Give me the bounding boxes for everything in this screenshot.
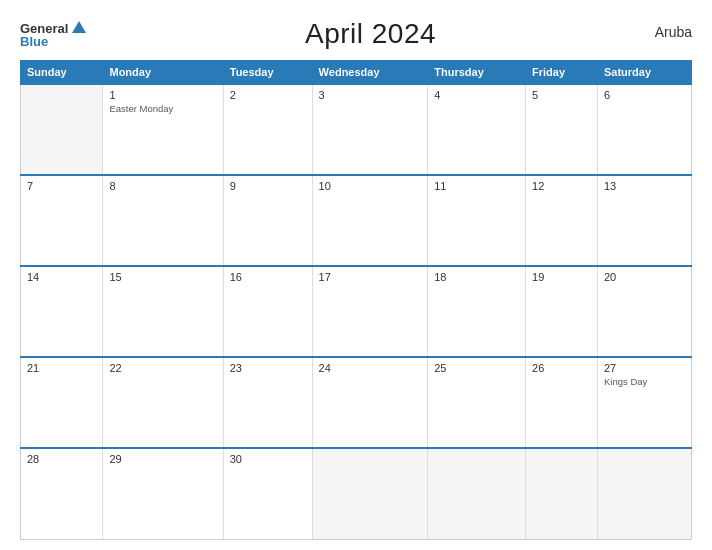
calendar-cell: 24 [312,357,428,448]
calendar-cell [312,448,428,539]
weekday-header-saturday: Saturday [597,61,691,85]
day-event: Kings Day [604,376,685,387]
calendar-cell: 2 [223,84,312,175]
country-name: Aruba [655,24,692,40]
calendar-cell: 8 [103,175,223,266]
weekday-header-monday: Monday [103,61,223,85]
day-number: 19 [532,271,591,283]
day-number: 24 [319,362,422,374]
day-number: 20 [604,271,685,283]
calendar-cell: 29 [103,448,223,539]
calendar-cell: 17 [312,266,428,357]
calendar-cell: 19 [526,266,598,357]
calendar-cell: 16 [223,266,312,357]
day-number: 11 [434,180,519,192]
day-number: 8 [109,180,216,192]
calendar-cell [597,448,691,539]
day-event: Easter Monday [109,103,216,114]
calendar-cell: 12 [526,175,598,266]
day-number: 18 [434,271,519,283]
day-number: 17 [319,271,422,283]
calendar-cell: 9 [223,175,312,266]
week-row-1: 1Easter Monday23456 [21,84,692,175]
logo-general: General [20,22,68,35]
day-number: 12 [532,180,591,192]
day-number: 6 [604,89,685,101]
calendar-title: April 2024 [305,18,436,50]
week-row-5: 282930 [21,448,692,539]
calendar-cell: 15 [103,266,223,357]
day-number: 3 [319,89,422,101]
calendar-cell: 25 [428,357,526,448]
calendar-cell: 4 [428,84,526,175]
weekday-header-wednesday: Wednesday [312,61,428,85]
calendar-cell [21,84,103,175]
calendar-table: SundayMondayTuesdayWednesdayThursdayFrid… [20,60,692,540]
weekday-header-tuesday: Tuesday [223,61,312,85]
logo-blue: Blue [20,35,48,48]
calendar-cell [428,448,526,539]
day-number: 5 [532,89,591,101]
day-number: 15 [109,271,216,283]
day-number: 2 [230,89,306,101]
calendar-cell: 6 [597,84,691,175]
calendar-cell: 18 [428,266,526,357]
day-number: 21 [27,362,96,374]
day-number: 13 [604,180,685,192]
day-number: 30 [230,453,306,465]
day-number: 22 [109,362,216,374]
day-number: 26 [532,362,591,374]
calendar-cell: 26 [526,357,598,448]
day-number: 14 [27,271,96,283]
day-number: 10 [319,180,422,192]
calendar-cell: 1Easter Monday [103,84,223,175]
week-row-2: 78910111213 [21,175,692,266]
weekday-header-sunday: Sunday [21,61,103,85]
calendar-cell: 11 [428,175,526,266]
day-number: 7 [27,180,96,192]
calendar-cell: 10 [312,175,428,266]
calendar-cell: 27Kings Day [597,357,691,448]
logo: General Blue [20,21,86,48]
day-number: 27 [604,362,685,374]
day-number: 4 [434,89,519,101]
calendar-cell: 3 [312,84,428,175]
day-number: 1 [109,89,216,101]
calendar-cell: 5 [526,84,598,175]
week-row-3: 14151617181920 [21,266,692,357]
weekday-header-row: SundayMondayTuesdayWednesdayThursdayFrid… [21,61,692,85]
day-number: 29 [109,453,216,465]
calendar-cell: 20 [597,266,691,357]
weekday-header-friday: Friday [526,61,598,85]
calendar-cell: 13 [597,175,691,266]
day-number: 9 [230,180,306,192]
calendar-cell: 7 [21,175,103,266]
calendar-page: General Blue April 2024 Aruba SundayMond… [0,0,712,550]
calendar-cell [526,448,598,539]
calendar-cell: 14 [21,266,103,357]
calendar-cell: 23 [223,357,312,448]
day-number: 25 [434,362,519,374]
calendar-header: General Blue April 2024 Aruba [20,18,692,50]
calendar-cell: 30 [223,448,312,539]
calendar-cell: 22 [103,357,223,448]
calendar-cell: 21 [21,357,103,448]
weekday-header-thursday: Thursday [428,61,526,85]
logo-triangle-icon [72,21,86,33]
day-number: 28 [27,453,96,465]
day-number: 23 [230,362,306,374]
day-number: 16 [230,271,306,283]
calendar-cell: 28 [21,448,103,539]
week-row-4: 21222324252627Kings Day [21,357,692,448]
